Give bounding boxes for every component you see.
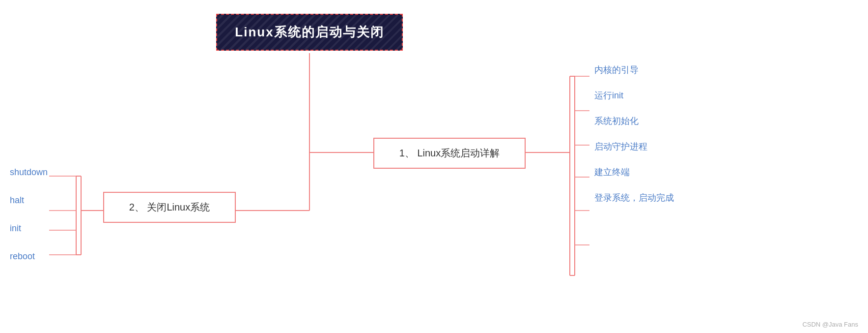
branch2-label: 2、 关闭Linux系统 — [129, 202, 210, 212]
right-item-4: 建立终端 — [594, 166, 674, 178]
left-items-container: shutdownhaltinitreboot — [10, 167, 48, 262]
branch1-node: 1、 Linux系统启动详解 — [373, 138, 526, 169]
right-item-2: 系统初始化 — [594, 115, 674, 127]
root-node-text: Linux系统的启动与关闭 — [235, 25, 384, 39]
root-node: Linux系统的启动与关闭 — [216, 14, 403, 51]
watermark: CSDN @Java Fans — [802, 321, 858, 328]
right-item-1: 运行init — [594, 90, 674, 101]
right-item-3: 启动守护进程 — [594, 141, 674, 152]
diagram-container: Linux系统的启动与关闭 1、 Linux系统启动详解 2、 关闭Linux系… — [0, 0, 868, 333]
left-item-2: init — [10, 223, 48, 234]
right-item-5: 登录系统，启动完成 — [594, 192, 674, 204]
branch1-label: 1、 Linux系统启动详解 — [399, 148, 500, 158]
left-item-3: reboot — [10, 251, 48, 262]
right-item-0: 内核的引导 — [594, 64, 674, 76]
left-item-0: shutdown — [10, 167, 48, 178]
left-item-1: halt — [10, 195, 48, 206]
branch2-node: 2、 关闭Linux系统 — [103, 192, 236, 223]
right-items-container: 内核的引导运行init系统初始化启动守护进程建立终端登录系统，启动完成 — [594, 64, 674, 204]
